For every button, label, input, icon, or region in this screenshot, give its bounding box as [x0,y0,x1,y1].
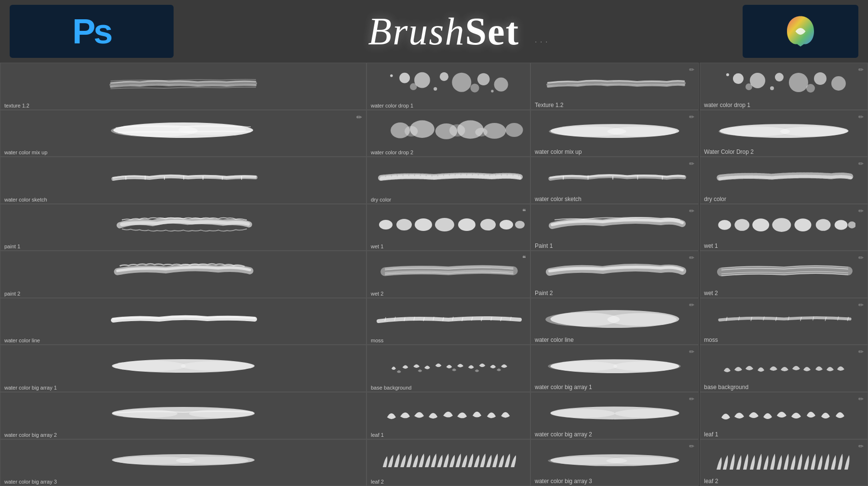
brush-label-leaf2: leaf 2 [371,479,384,485]
svg-point-37 [449,124,465,136]
brush-item-moss[interactable]: moss [366,298,530,345]
rp-item-wcsketch[interactable]: ✏ water color sketch [530,157,699,204]
svg-point-23 [477,73,489,85]
svg-point-97 [772,218,791,232]
svg-point-38 [475,128,487,136]
rp-label-wcmixup: water color mix up [535,148,582,155]
rp-item-wcba3[interactable]: ✏ water color big array 3 [530,439,699,486]
brush-label-wet1: wet 1 [371,243,383,249]
rp-preview2-drycolor [712,164,856,190]
rp-item-wcba1[interactable]: ✏ water color big array 1 [530,345,699,392]
brush-label-texture-12: texture 1.2 [4,103,29,108]
brush-preview-wet2 [371,259,526,284]
rp-item2-wcdrop1[interactable]: ✏ water color drop 1 [700,63,868,110]
brush-preview-wcdrop2 [371,118,526,142]
svg-rect-8 [222,176,223,180]
rp-item2-wcdrop2[interactable]: ✏ Water Color Drop 2 [700,110,868,157]
rp-edit-wcba3: ✏ [689,443,694,450]
rp-item-paint2[interactable]: ✏ Paint 2 [530,251,699,298]
svg-point-46 [515,221,525,229]
brush-item-leaf2[interactable]: leaf 2 [366,439,530,486]
rp-preview-wcsketch [543,164,687,190]
brush-item-leaf1[interactable]: leaf 1 [366,392,530,439]
header: Ps BrushSet · · · [0,0,868,63]
svg-rect-68 [662,176,663,180]
brush-item-paint2[interactable]: paint 2 [0,251,366,298]
brush-item-wcmixup[interactable]: ✏ water color mix up [0,110,366,157]
rp-label2-wet1: wet 1 [704,243,718,249]
rp-preview2-basebg [712,352,856,379]
rp-label2-wcdrop1: water color drop 1 [704,102,750,108]
rp-item2-wet1[interactable]: ✏ wet 1 [700,204,868,251]
svg-point-74 [613,361,680,371]
brush-item-wet2[interactable]: ❝ wet 2 [366,251,530,298]
rp-label-wcba3: water color big array 3 [535,478,592,485]
svg-point-27 [390,74,393,77]
rp-preview-wcba1 [543,352,687,379]
svg-rect-7 [203,176,203,180]
brush-label-moss: moss [371,338,383,343]
brush-item-wcba2[interactable]: water color big array 2 [0,392,366,439]
svg-point-84 [788,73,808,92]
svg-point-44 [480,219,496,230]
rp-item-wcline[interactable]: ✏ water color line [530,298,699,345]
brush-item-wcba1[interactable]: water color big array 1 [0,345,366,392]
brush-label-wcline: water color line [4,338,40,343]
brush-item-wcdrop2[interactable]: water color drop 2 [366,110,530,157]
brush-preview-basebg [371,353,526,378]
rp-label2-drycolor: dry color [704,196,726,202]
svg-rect-65 [587,176,588,180]
brush-preview-wcba3 [4,447,362,472]
svg-point-28 [434,87,437,91]
rp-item2-drycolor[interactable]: ✏ dry color [700,157,868,204]
brush-preview-wcba1 [4,353,362,378]
brush-item-drycolor[interactable]: dry color [366,157,530,204]
brush-preview-wcmixup [4,118,362,142]
brush-item-wcline[interactable]: water color line [0,298,366,345]
rp-edit-paint2: ✏ [689,254,694,261]
rp-preview-wcba3 [543,446,687,473]
edit-icon-wet1: ❝ [522,207,526,215]
rp-preview2-leaf2 [712,446,856,473]
brush-label-wcba2: water color big array 2 [4,432,57,438]
brush-item-wcdrop1[interactable]: water color drop 1 [366,63,530,110]
brush-preview-wcba2 [4,401,362,425]
brush-label-paint1: paint 1 [4,243,20,249]
brush-item-texture-12[interactable]: texture 1.2 [0,63,366,110]
brush-label-leaf1: leaf 1 [371,432,384,438]
rp-preview-wcba2 [543,399,687,426]
rp-edit2-wet2: ✏ [858,254,864,261]
rp-item-paint1[interactable]: ✏ Paint 1 [530,204,699,251]
rp-edit2-basebg: ✏ [858,348,864,355]
brush-item-paint1[interactable]: paint 1 [0,204,366,251]
rp-preview2-wcdrop1 [712,70,856,96]
rp-preview2-wet1 [712,211,856,238]
svg-point-14 [112,409,177,418]
rp-edit-wcba1: ✏ [689,348,694,355]
rp-item-wcba2[interactable]: ✏ water color big array 2 [530,392,699,439]
rp-item2-wet2[interactable]: ✏ wet 2 [700,251,868,298]
svg-point-71 [607,313,677,326]
brush-item-wcsketch[interactable]: water color sketch [0,157,366,204]
svg-rect-67 [637,176,638,180]
rp-item2-basebg[interactable]: ✏ base background [700,345,868,392]
left-panel: texture 1.2 ✏ water color mix up [0,63,366,486]
svg-point-90 [770,86,773,90]
svg-point-41 [415,218,432,231]
brush-label-paint2: paint 2 [4,291,20,297]
rp-item2-leaf2[interactable]: ✏ leaf 2 [700,439,868,486]
rp-item-texture12[interactable]: ✏ Texture 1.2 [530,63,699,110]
svg-rect-6 [183,176,184,180]
brush-item-basebg[interactable]: base background [366,345,530,392]
rp-edit2-leaf1: ✏ [858,395,864,403]
brush-item-wet1[interactable]: ❝ wet 1 [366,204,530,251]
rp-edit-wcba2: ✏ [689,395,694,403]
rp-item-wcmixup[interactable]: ✏ water color mix up [530,110,699,157]
brush-preview-wcline [4,307,362,331]
rp-label-paint1: Paint 1 [535,243,553,249]
rp-item2-moss[interactable]: ✏ moss [700,298,868,345]
rp-item2-leaf1[interactable]: ✏ leaf 1 [700,392,868,439]
svg-point-86 [831,76,845,91]
svg-rect-5 [164,176,165,180]
brush-item-wcba3[interactable]: water color big array 3 [0,439,366,486]
